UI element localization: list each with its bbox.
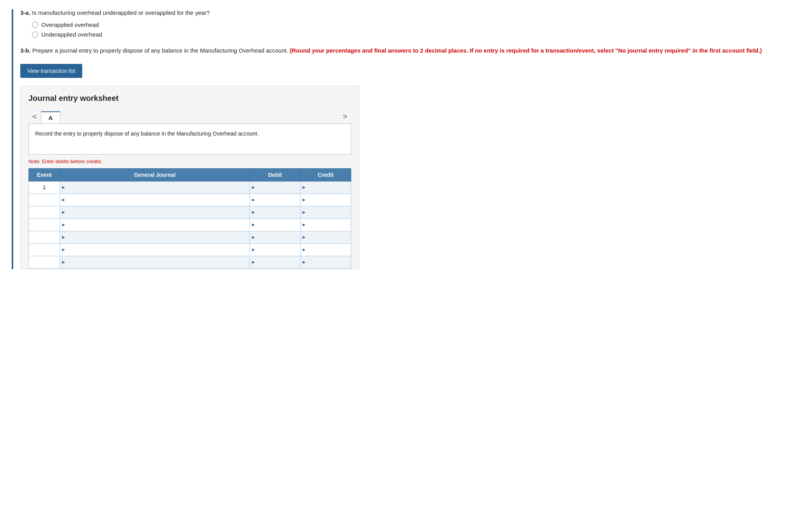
radio-overapplied-input[interactable] xyxy=(32,22,38,28)
debit-input-6[interactable] xyxy=(250,244,300,256)
credit-input-2[interactable] xyxy=(301,194,351,206)
tab-left: < A xyxy=(28,110,60,123)
radio-group-3a: Overapplied overhead Underapplied overhe… xyxy=(32,21,777,38)
table-header-row: Event General Journal Debit Credit xyxy=(29,168,351,181)
credit-input-4[interactable] xyxy=(301,219,351,231)
credit-cell-7[interactable]: ► xyxy=(301,256,351,268)
debit-cell-6[interactable]: ► xyxy=(250,243,301,256)
debit-cell-2[interactable]: ► xyxy=(250,194,301,206)
general-journal-input-5[interactable] xyxy=(60,231,249,243)
col-header-debit: Debit xyxy=(250,168,301,181)
debit-cell-7[interactable]: ► xyxy=(250,256,301,268)
col-header-event: Event xyxy=(29,168,60,181)
radio-underapplied-label: Underapplied overhead xyxy=(41,31,102,38)
event-cell-7 xyxy=(29,256,60,268)
credit-cell-6[interactable]: ► xyxy=(301,243,351,256)
table-row: ► ► ► xyxy=(29,256,351,268)
event-cell-4 xyxy=(29,218,60,231)
general-journal-cell-5[interactable]: ► xyxy=(60,231,250,243)
event-cell-3 xyxy=(29,206,60,218)
credit-input-3[interactable] xyxy=(301,206,351,218)
credit-cell-3[interactable]: ► xyxy=(301,206,351,218)
debit-input-7[interactable] xyxy=(250,256,300,268)
journal-worksheet: Journal entry worksheet < A > Record the… xyxy=(20,86,359,269)
debit-input-1[interactable] xyxy=(250,181,300,194)
general-journal-input-4[interactable] xyxy=(60,219,249,231)
general-journal-input-6[interactable] xyxy=(60,244,249,256)
view-transaction-list-button[interactable]: View transaction list xyxy=(20,64,82,78)
col-header-general-journal: General Journal xyxy=(60,168,250,181)
table-row: 1 ► ► ► xyxy=(29,181,351,194)
debit-input-2[interactable] xyxy=(250,194,300,206)
general-journal-cell-4[interactable]: ► xyxy=(60,218,250,231)
debit-input-3[interactable] xyxy=(250,206,300,218)
instruction-text: Record the entry to properly dispose of … xyxy=(35,130,259,137)
radio-overapplied-label: Overapplied overhead xyxy=(41,21,99,28)
table-row: ► ► ► xyxy=(29,194,351,206)
tab-prev-button[interactable]: < xyxy=(28,110,41,123)
radio-overapplied[interactable]: Overapplied overhead xyxy=(32,21,777,28)
debit-cell-1[interactable]: ► xyxy=(250,181,301,194)
credit-cell-1[interactable]: ► xyxy=(301,181,351,194)
col-header-credit: Credit xyxy=(301,168,351,181)
instruction-box: Record the entry to properly dispose of … xyxy=(28,123,351,155)
question-3b-text: 3-b. Prepare a journal entry to properly… xyxy=(20,46,777,55)
question-3a-body: Is manufacturing overhead underapplied o… xyxy=(32,9,210,16)
event-cell-2 xyxy=(29,194,60,206)
general-journal-input-1[interactable] xyxy=(60,181,249,194)
general-journal-input-2[interactable] xyxy=(60,194,249,206)
journal-worksheet-title: Journal entry worksheet xyxy=(28,94,351,103)
question-3b-red-note: (Round your percentages and final answer… xyxy=(290,47,762,54)
question-3a-text: 3-a. Is manufacturing overhead underappl… xyxy=(20,9,777,16)
debit-cell-5[interactable]: ► xyxy=(250,231,301,243)
general-journal-cell-6[interactable]: ► xyxy=(60,243,250,256)
radio-underapplied[interactable]: Underapplied overhead xyxy=(32,31,777,38)
debit-input-5[interactable] xyxy=(250,231,300,243)
tab-row: < A > xyxy=(28,110,351,123)
credit-cell-5[interactable]: ► xyxy=(301,231,351,243)
note-text: Note: Enter debits before credits. xyxy=(28,159,351,164)
table-row: ► ► ► xyxy=(29,206,351,218)
credit-cell-2[interactable]: ► xyxy=(301,194,351,206)
credit-input-6[interactable] xyxy=(301,244,351,256)
debit-cell-3[interactable]: ► xyxy=(250,206,301,218)
question-3b-body: Prepare a journal entry to properly disp… xyxy=(32,47,288,54)
general-journal-cell-1[interactable]: ► xyxy=(60,181,250,194)
table-body: 1 ► ► ► xyxy=(29,181,351,268)
question-3b: 3-b. Prepare a journal entry to properly… xyxy=(20,46,777,55)
table-row: ► ► ► xyxy=(29,218,351,231)
credit-cell-4[interactable]: ► xyxy=(301,218,351,231)
credit-input-7[interactable] xyxy=(301,256,351,268)
debit-input-4[interactable] xyxy=(250,219,300,231)
question-3a: 3-a. Is manufacturing overhead underappl… xyxy=(20,9,777,38)
journal-table: Event General Journal Debit Credit 1 ► ► xyxy=(28,168,351,269)
question-3a-label: 3-a. xyxy=(20,9,30,16)
event-cell-6 xyxy=(29,243,60,256)
debit-cell-4[interactable]: ► xyxy=(250,218,301,231)
event-cell-5 xyxy=(29,231,60,243)
general-journal-input-7[interactable] xyxy=(60,256,249,268)
general-journal-cell-2[interactable]: ► xyxy=(60,194,250,206)
general-journal-cell-3[interactable]: ► xyxy=(60,206,250,218)
event-cell-1: 1 xyxy=(29,181,60,194)
tab-a[interactable]: A xyxy=(41,111,60,123)
radio-underapplied-input[interactable] xyxy=(32,32,38,38)
tab-next-button[interactable]: > xyxy=(339,110,351,123)
question-3b-label: 3-b. xyxy=(20,47,31,54)
general-journal-input-3[interactable] xyxy=(60,206,249,218)
table-row: ► ► ► xyxy=(29,243,351,256)
credit-input-1[interactable] xyxy=(301,181,351,194)
table-row: ► ► ► xyxy=(29,231,351,243)
general-journal-cell-7[interactable]: ► xyxy=(60,256,250,268)
credit-input-5[interactable] xyxy=(301,231,351,243)
